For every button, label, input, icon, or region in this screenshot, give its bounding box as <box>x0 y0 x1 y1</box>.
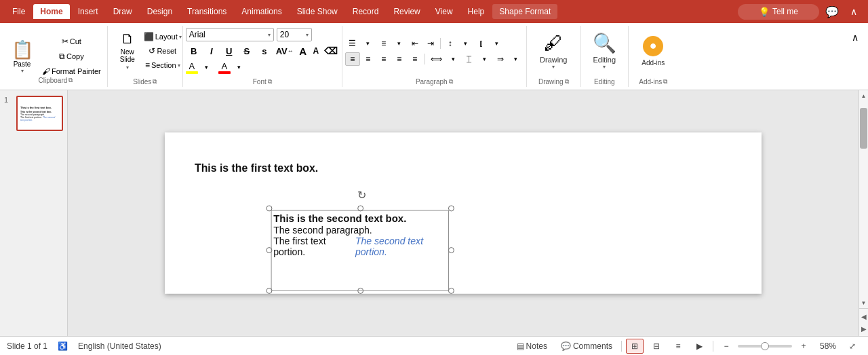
font-name-selector[interactable]: Arial ▾ <box>186 28 274 41</box>
decrease-indent-button[interactable]: ⇤ <box>408 37 422 50</box>
scrollbar-track[interactable] <box>859 101 868 297</box>
reading-view-button[interactable]: ▶ <box>691 339 709 354</box>
section-button[interactable]: ≡ Section ▾ <box>146 58 180 72</box>
menu-draw[interactable]: Draw <box>106 4 139 19</box>
text-direction-button[interactable]: ⟺ <box>427 52 446 66</box>
language-indicator[interactable]: English (United States) <box>78 341 161 351</box>
handle-bot-right[interactable] <box>448 288 454 294</box>
scrollbar-thumb[interactable] <box>860 108 867 149</box>
new-slide-button[interactable]: 🗋 New Slide ▾ <box>111 27 144 75</box>
layout-button[interactable]: ⬛ Layout ▾ <box>146 30 180 43</box>
tell-me-button[interactable]: 💡 Tell me <box>738 4 819 20</box>
menu-slideshow[interactable]: Slide Show <box>290 4 344 19</box>
scroll-up-button[interactable]: ▲ <box>859 90 868 101</box>
line-spacing-button[interactable]: ↕ <box>443 37 458 50</box>
paragraph-expand-icon[interactable]: ⧉ <box>449 78 453 86</box>
strikethrough-button[interactable]: S <box>239 43 255 58</box>
normal-view-button[interactable]: ⊞ <box>626 339 644 354</box>
next-slide-button[interactable]: ▶ <box>861 322 867 335</box>
slide-thumbnail-1[interactable]: 1 This is the first text box. This is th… <box>4 96 63 131</box>
slide-sorter-button[interactable]: ⊟ <box>648 339 665 354</box>
handle-mid-right[interactable] <box>448 247 454 253</box>
status-bar: Slide 1 of 1 ♿ English (United States) ▤… <box>0 336 868 355</box>
zoom-track[interactable] <box>738 345 792 348</box>
notes-button[interactable]: ▤ Notes <box>512 339 552 354</box>
menu-insert[interactable]: Insert <box>71 4 105 19</box>
font-color-arrow-button[interactable]: ▾ <box>232 60 247 74</box>
numbering-button[interactable]: ≡ <box>376 37 391 50</box>
menu-animations[interactable]: Animations <box>235 4 288 19</box>
collapse-ribbon-button[interactable]: ∧ <box>846 29 864 46</box>
copy-button[interactable]: ⧉ Copy <box>39 50 104 63</box>
justify-low-button[interactable]: ≡ <box>408 52 422 66</box>
reset-label: Reset <box>157 47 176 55</box>
addins-button[interactable]: ● Add-ins <box>631 27 675 75</box>
font-name-arrow: ▾ <box>268 32 271 38</box>
numbering-arrow-button[interactable]: ▾ <box>392 37 407 50</box>
bullets-arrow-button[interactable]: ▾ <box>361 37 376 50</box>
editing-button[interactable]: 🔍 Editing ▾ <box>586 27 623 75</box>
convert-smartart-button[interactable]: ⇒ <box>493 52 508 66</box>
bold-button[interactable]: B <box>186 43 202 58</box>
font-size-selector[interactable]: 20 ▾ <box>277 28 312 41</box>
handle-top-right[interactable] <box>448 206 454 212</box>
drawing-button[interactable]: 🖋 Drawing ▾ <box>534 27 573 75</box>
menu-shapeformat[interactable]: Shape Format <box>492 4 557 19</box>
fit-slide-button[interactable]: ⤢ <box>844 339 861 354</box>
highlight-button[interactable]: A <box>186 61 198 74</box>
highlight-arrow-button[interactable]: ▾ <box>199 60 214 74</box>
underline-button[interactable]: U <box>221 43 237 58</box>
addins-expand-icon[interactable]: ⧉ <box>663 78 667 86</box>
zoom-in-button[interactable]: + <box>795 339 812 354</box>
reset-button[interactable]: ↺ Reset <box>146 44 180 58</box>
first-textbox[interactable]: This is the first text box. <box>195 162 318 174</box>
align-left-button[interactable]: ≡ <box>345 52 360 66</box>
zoom-out-button[interactable]: − <box>717 339 735 354</box>
convert-smartart-arrow-button[interactable]: ▾ <box>509 52 524 66</box>
menu-home[interactable]: Home <box>33 4 69 19</box>
cut-button[interactable]: ✂ Cut <box>39 35 104 48</box>
italic-button[interactable]: I <box>203 43 220 58</box>
prev-slide-button[interactable]: ◀ <box>861 310 867 322</box>
font-name-value: Arial <box>189 30 268 39</box>
menu-design[interactable]: Design <box>140 4 179 19</box>
menu-record[interactable]: Record <box>346 4 386 19</box>
align-center-button[interactable]: ≡ <box>361 52 376 66</box>
columns-arrow-button[interactable]: ▾ <box>490 37 505 50</box>
outline-view-button[interactable]: ≡ <box>669 339 687 354</box>
char-spacing-button[interactable]: AV↔ <box>274 43 296 58</box>
drawing-expand-icon[interactable]: ⧉ <box>565 78 569 86</box>
bullets-button[interactable]: ☰ <box>345 37 360 50</box>
accessibility-button[interactable]: ♿ <box>54 339 71 354</box>
text-direction-arrow-button[interactable]: ▾ <box>446 52 461 66</box>
align-text-button[interactable]: ⌶ <box>462 52 477 66</box>
scroll-down-button[interactable]: ▼ <box>859 297 868 308</box>
columns-button[interactable]: ⫿ <box>474 37 489 50</box>
align-right-button[interactable]: ≡ <box>376 52 391 66</box>
second-textbox[interactable]: This is the second text box. The second … <box>273 213 446 290</box>
menu-transitions[interactable]: Transitions <box>180 4 233 19</box>
clear-format-button[interactable]: ⌫ <box>323 43 339 58</box>
menu-file[interactable]: File <box>5 4 32 19</box>
line-spacing-arrow-button[interactable]: ▾ <box>458 37 473 50</box>
align-text-arrow-button[interactable]: ▾ <box>477 52 492 66</box>
collapse-ribbon-button[interactable]: ∧ <box>845 3 863 20</box>
comments-header-button[interactable]: 💬 <box>822 3 842 20</box>
shadow-button[interactable]: s <box>256 43 273 58</box>
font-expand-icon[interactable]: ⧉ <box>268 78 272 86</box>
menu-view[interactable]: View <box>429 4 460 19</box>
decrease-font-button[interactable]: A <box>311 43 321 58</box>
slides-expand-icon[interactable]: ⧉ <box>153 78 157 86</box>
increase-indent-button[interactable]: ⇥ <box>423 37 438 50</box>
zoom-level-button[interactable]: 58% <box>816 339 840 354</box>
clipboard-label: Clipboard <box>38 77 67 84</box>
menu-help[interactable]: Help <box>461 4 492 19</box>
font-color-button[interactable]: A <box>218 61 231 74</box>
status-sep2 <box>713 341 713 352</box>
justify-button[interactable]: ≡ <box>392 52 407 66</box>
increase-font-button[interactable]: A <box>297 43 309 58</box>
comments-button[interactable]: 💬 Comments <box>556 339 617 354</box>
rotate-handle[interactable]: ↻ <box>357 191 366 200</box>
clipboard-expand-icon[interactable]: ⧉ <box>68 77 73 84</box>
menu-review[interactable]: Review <box>387 4 427 19</box>
